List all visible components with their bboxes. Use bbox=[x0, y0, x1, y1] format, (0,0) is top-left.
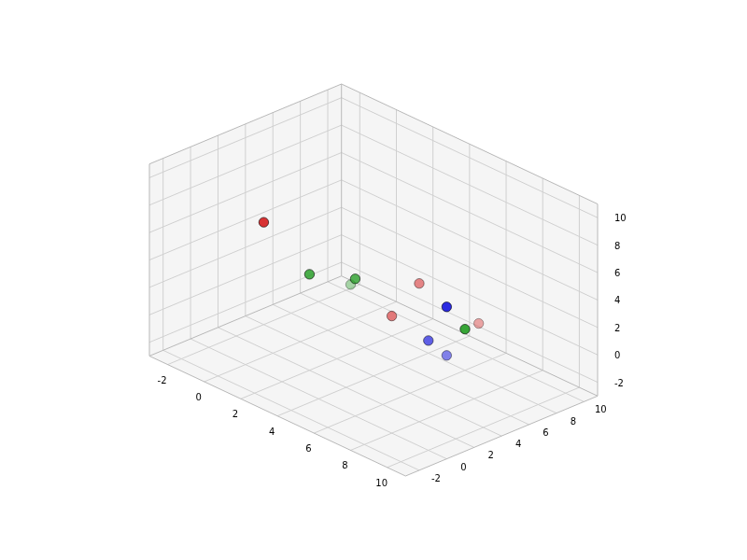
data-point bbox=[460, 324, 470, 333]
z-tick-label: 10 bbox=[614, 213, 627, 223]
y-tick-label: 8 bbox=[571, 416, 576, 427]
data-point bbox=[350, 274, 359, 284]
data-point bbox=[473, 318, 483, 328]
x-tick-label: 0 bbox=[196, 392, 202, 402]
data-point bbox=[442, 351, 451, 360]
scatter3d-chart: -20246810-20246810-20246810 bbox=[0, 0, 747, 560]
y-tick-label: 2 bbox=[488, 450, 494, 460]
y-tick-label: 10 bbox=[595, 404, 607, 414]
z-tick-label: -2 bbox=[614, 378, 624, 388]
z-tick-label: 6 bbox=[614, 268, 620, 278]
data-point bbox=[304, 270, 314, 279]
data-point bbox=[415, 278, 424, 287]
x-tick-label: 2 bbox=[233, 409, 238, 419]
x-tick-label: 8 bbox=[342, 460, 347, 470]
data-point bbox=[424, 336, 433, 345]
x-tick-label: -2 bbox=[158, 375, 167, 385]
y-tick-label: 0 bbox=[460, 462, 466, 472]
data-point bbox=[259, 217, 268, 227]
x-tick-label: 4 bbox=[269, 427, 275, 437]
data-point bbox=[442, 302, 451, 312]
z-tick-label: 2 bbox=[614, 323, 620, 333]
y-tick-label: 4 bbox=[515, 439, 521, 449]
y-tick-label: 6 bbox=[543, 427, 548, 438]
z-tick-label: 0 bbox=[614, 350, 620, 360]
z-tick-label: 8 bbox=[614, 241, 620, 251]
z-tick-label: 4 bbox=[614, 295, 620, 305]
data-point bbox=[387, 311, 396, 320]
x-tick-label: 6 bbox=[305, 443, 311, 454]
y-tick-label: -2 bbox=[431, 473, 441, 483]
x-tick-label: 10 bbox=[375, 478, 388, 488]
